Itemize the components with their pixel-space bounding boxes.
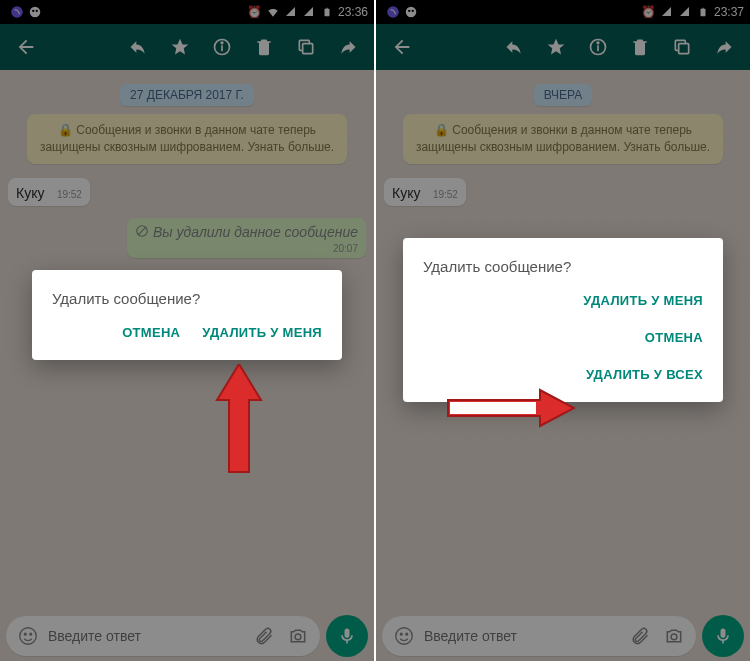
phone-left: ⏰ 23:36 xyxy=(0,0,374,661)
cancel-button[interactable]: ОТМЕНА xyxy=(122,325,180,340)
delete-dialog: Удалить сообщение? УДАЛИТЬ У МЕНЯ ОТМЕНА… xyxy=(403,238,723,402)
cancel-button[interactable]: ОТМЕНА xyxy=(645,330,703,345)
delete-for-me-button[interactable]: УДАЛИТЬ У МЕНЯ xyxy=(202,325,322,340)
delete-for-everyone-button[interactable]: УДАЛИТЬ У ВСЕХ xyxy=(586,367,703,382)
delete-for-me-button[interactable]: УДАЛИТЬ У МЕНЯ xyxy=(583,293,703,308)
dialog-title: Удалить сообщение? xyxy=(423,258,703,275)
phone-right: ⏰ 23:37 xyxy=(376,0,750,661)
dialog-title: Удалить сообщение? xyxy=(52,290,322,307)
delete-dialog: Удалить сообщение? ОТМЕНА УДАЛИТЬ У МЕНЯ xyxy=(32,270,342,360)
